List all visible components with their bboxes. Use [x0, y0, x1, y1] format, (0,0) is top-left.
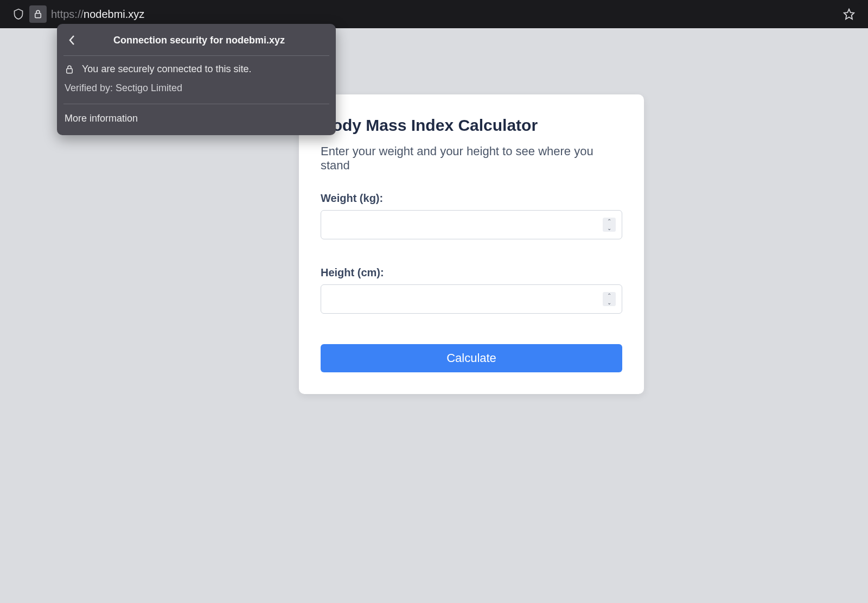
- popover-verified-text: Verified by: Sectigo Limited: [65, 82, 182, 94]
- star-icon: [843, 8, 855, 20]
- weight-input[interactable]: [321, 210, 622, 239]
- lock-icon: [33, 9, 43, 20]
- url-text[interactable]: https://nodebmi.xyz: [51, 8, 144, 21]
- tracking-protection-button[interactable]: [10, 5, 27, 23]
- card-subtitle: Enter your weight and your height to see…: [321, 144, 622, 173]
- popover-title: Connection security for nodebmi.xyz: [70, 35, 328, 46]
- calculate-button[interactable]: Calculate: [321, 344, 622, 372]
- url-area[interactable]: https://nodebmi.xyz: [7, 3, 861, 25]
- shield-icon: [13, 8, 24, 20]
- popover-secure-row: You are securely connected to this site.: [57, 56, 336, 82]
- weight-stepper[interactable]: ⌃ ⌄: [603, 218, 616, 232]
- height-stepper[interactable]: ⌃ ⌄: [603, 292, 616, 306]
- url-prefix: https://: [51, 8, 84, 21]
- popover-verified-row: Verified by: Sectigo Limited: [57, 82, 336, 104]
- popover-header: Connection security for nodebmi.xyz: [57, 24, 336, 55]
- height-label: Height (cm):: [321, 266, 622, 279]
- weight-input-wrap: ⌃ ⌄: [321, 210, 622, 239]
- bookmark-button[interactable]: [840, 5, 858, 23]
- security-popover: Connection security for nodebmi.xyz You …: [57, 24, 336, 135]
- bmi-card: Body Mass Index Calculator Enter your we…: [299, 94, 644, 394]
- lock-icon: [65, 64, 74, 75]
- chevron-down-icon: ⌄: [603, 225, 616, 232]
- weight-label: Weight (kg):: [321, 192, 622, 205]
- site-security-button[interactable]: [29, 5, 47, 23]
- chevron-up-icon: ⌃: [603, 218, 616, 225]
- chevron-down-icon: ⌄: [603, 299, 616, 306]
- height-input[interactable]: [321, 284, 622, 314]
- chevron-up-icon: ⌃: [603, 292, 616, 299]
- url-domain: nodebmi.xyz: [84, 8, 144, 21]
- svg-rect-2: [67, 68, 73, 73]
- card-title: Body Mass Index Calculator: [321, 116, 622, 135]
- svg-marker-1: [844, 9, 854, 19]
- popover-secure-text: You are securely connected to this site.: [82, 64, 252, 75]
- svg-rect-0: [35, 14, 41, 18]
- height-input-wrap: ⌃ ⌄: [321, 284, 622, 314]
- popover-more-info[interactable]: More information: [57, 104, 336, 133]
